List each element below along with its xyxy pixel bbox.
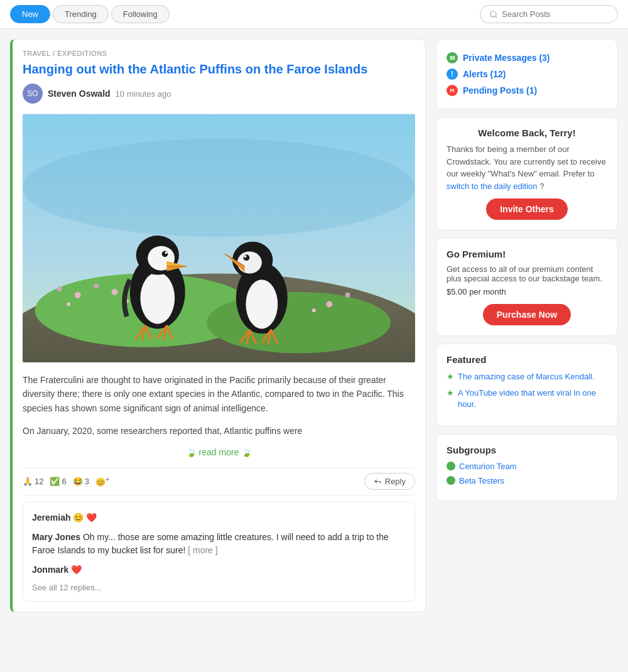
comment-jonmark-emojis: ❤️ [71, 565, 82, 575]
post-time: 10 minutes ago [116, 89, 171, 99]
welcome-text: Thanks for being a member of our Crowdst… [447, 143, 607, 192]
alerts-dot: ! [447, 68, 458, 80]
svg-point-24 [165, 251, 168, 254]
check-count: 6 [62, 477, 66, 486]
switch-edition-link[interactable]: switch to the daily edition [447, 182, 538, 191]
author-name: Steven Oswald [48, 89, 111, 99]
see-replies-link[interactable]: See all 12 replies... [32, 583, 406, 592]
check-emoji: ✅ [50, 477, 60, 486]
reply-icon [374, 477, 382, 485]
featured-item-1: ★ A YouTube video that went viral in one… [447, 387, 607, 410]
post-title: Hanging out with the Atlantic Puffins on… [23, 61, 415, 77]
svg-point-0 [490, 11, 496, 16]
svg-point-9 [67, 302, 70, 306]
main-layout: TRAVEL / EXPEDITIONS Hanging out with th… [0, 29, 628, 630]
tab-trending[interactable]: Trending [53, 5, 109, 23]
left-column: TRAVEL / EXPEDITIONS Hanging out with th… [10, 39, 426, 620]
subgroups-title: Subgroups [447, 445, 607, 455]
reaction-add[interactable]: 😊+ [95, 475, 109, 487]
reaction-laugh[interactable]: 😂 3 [73, 477, 89, 486]
laugh-emoji: 😂 [73, 477, 83, 486]
welcome-title: Welcome Back, Terry! [447, 127, 607, 138]
messages-dot: ✉ [447, 52, 458, 63]
post-body-p2: On January, 2020, some researchers repor… [23, 424, 415, 438]
star-icon-0: ★ [447, 372, 454, 381]
reaction-check[interactable]: ✅ 6 [50, 477, 66, 486]
welcome-body: Thanks for being a member of our Crowdst… [447, 144, 606, 178]
svg-point-30 [244, 254, 250, 261]
subgroup-dot-centurion [447, 462, 455, 470]
premium-title: Go Premium! [447, 249, 607, 259]
tab-new[interactable]: New [10, 5, 50, 23]
svg-point-3 [23, 139, 415, 237]
svg-point-15 [312, 308, 316, 312]
reply-label: Reply [385, 477, 406, 486]
comment-author-mary: Mary Jones [32, 532, 80, 542]
messages-link[interactable]: Private Messages (3) [463, 53, 550, 63]
premium-price: $5.00 per month [447, 287, 607, 296]
svg-point-14 [345, 293, 350, 298]
alerts-link[interactable]: Alerts (12) [463, 69, 506, 79]
subgroup-link-centurion[interactable]: Centurion Team [459, 462, 517, 471]
pending-link[interactable]: Pending Posts (1) [463, 85, 537, 95]
notif-alerts[interactable]: ! Alerts (12) [447, 66, 607, 82]
svg-point-13 [326, 301, 332, 308]
purchase-now-button[interactable]: Purchase Now [483, 304, 571, 325]
subgroups-widget: Subgroups Centurion Team Beta Testers [436, 434, 618, 501]
svg-point-8 [94, 283, 99, 288]
svg-point-10 [112, 289, 118, 295]
comment-author-jeremiah: Jeremiah [32, 512, 70, 523]
laugh-count: 3 [85, 477, 89, 486]
read-more-arrow-left: 🍃 [186, 447, 197, 457]
avatar: SO [23, 84, 43, 104]
featured-link-1[interactable]: A YouTube video that went viral in one h… [458, 387, 607, 410]
pray-count: 12 [35, 477, 43, 486]
svg-point-31 [244, 255, 247, 257]
svg-point-23 [162, 251, 168, 257]
premium-widget: Go Premium! Get access to all of our pre… [436, 238, 618, 336]
svg-point-6 [207, 292, 391, 354]
reply-button[interactable]: Reply [364, 473, 415, 490]
comment-jeremiah: Jeremiah 😊 ❤️ [32, 511, 406, 524]
featured-item-0: ★ The amazing case of Marcus Kendall. [447, 371, 607, 382]
svg-point-27 [246, 279, 278, 328]
welcome-widget: Welcome Back, Terry! Thanks for being a … [436, 117, 618, 230]
pending-dot: H [447, 85, 458, 96]
breadcrumb: TRAVEL / EXPEDITIONS [23, 50, 415, 57]
subgroup-centurion: Centurion Team [447, 462, 607, 471]
author-row: SO Steven Oswald 10 minutes ago [23, 84, 415, 104]
tab-following[interactable]: Following [111, 5, 170, 23]
notif-pending[interactable]: H Pending Posts (1) [447, 82, 607, 99]
comment-mary-more[interactable]: [ more ] [188, 545, 217, 555]
svg-point-11 [57, 286, 62, 291]
read-more-label[interactable]: read more [199, 447, 239, 457]
comment-author-jonmark: Jonmark [32, 565, 68, 575]
post-image [23, 111, 415, 364]
subgroup-dot-beta [447, 476, 455, 485]
featured-widget: Featured ★ The amazing case of Marcus Ke… [436, 344, 618, 426]
comments-section: Jeremiah 😊 ❤️ Mary Jones Oh my... those … [23, 502, 415, 602]
welcome-body-after: ? [539, 182, 544, 191]
post-card: TRAVEL / EXPEDITIONS Hanging out with th… [10, 39, 426, 612]
invite-others-button[interactable]: Invite Others [486, 198, 568, 220]
reaction-pray[interactable]: 🙏 12 [23, 477, 43, 486]
subgroup-beta: Beta Testers [447, 476, 607, 485]
featured-link-0[interactable]: The amazing case of Marcus Kendall. [458, 371, 595, 382]
subgroup-link-beta[interactable]: Beta Testers [459, 476, 504, 485]
read-more-arrow-right: 🍃 [241, 447, 252, 457]
top-bar: New Trending Following [0, 0, 628, 29]
svg-point-7 [75, 292, 81, 298]
reactions-left: 🙏 12 ✅ 6 😂 3 😊+ [23, 475, 109, 487]
add-emoji: 😊+ [95, 475, 109, 487]
star-icon-1: ★ [447, 388, 454, 398]
search-input[interactable] [502, 9, 609, 19]
notif-messages[interactable]: ✉ Private Messages (3) [447, 50, 607, 66]
reactions-bar: 🙏 12 ✅ 6 😂 3 😊+ [23, 467, 415, 496]
premium-description: Get access to all of our premium content… [447, 264, 607, 283]
read-more-button[interactable]: 🍃 read more 🍃 [23, 447, 415, 457]
svg-point-29 [237, 251, 262, 273]
notifications-widget: ✉ Private Messages (3) ! Alerts (12) H P… [436, 39, 618, 109]
right-column: ✉ Private Messages (3) ! Alerts (12) H P… [436, 39, 618, 620]
comment-mary: Mary Jones Oh my... those are some amazi… [32, 531, 406, 557]
tab-group: New Trending Following [10, 5, 170, 23]
